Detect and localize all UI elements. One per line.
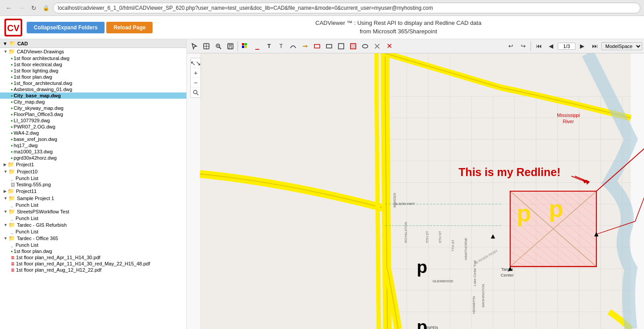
svg-marker-18 <box>306 45 308 48</box>
page-layout-select[interactable]: ModelSpace <box>601 42 642 50</box>
refresh-button[interactable]: ↻ <box>28 3 39 13</box>
svg-text:ROYALSTON: ROYALSTON <box>404 222 408 243</box>
item-label: PWR07_2.OG.dwg <box>14 124 56 129</box>
root-folder-icon: 📁 <box>9 40 16 46</box>
rect4-button[interactable] <box>347 40 359 52</box>
save-button[interactable] <box>225 40 236 52</box>
sidebar-item-project1[interactable]: ▶📁Project1 <box>0 161 186 168</box>
map-zoom-out-button[interactable]: − <box>191 78 201 88</box>
map-area[interactable]: ↖↘ + − <box>187 53 644 329</box>
back-button[interactable]: ← <box>4 3 14 13</box>
prev-page-button[interactable]: ◀ <box>545 40 557 52</box>
sidebar-item-streets-workflow[interactable]: ▼📁StreetsPSWorkflow Test <box>0 208 186 215</box>
sidebar-item-file1[interactable]: ●1st floor architectural.dwg <box>0 55 186 61</box>
sidebar-item-file5[interactable]: ●1st_floor_architectural.dwg <box>0 80 186 86</box>
sidebar-item-file-1stfloor[interactable]: ●1st floor plan.dwg <box>0 248 186 254</box>
map-zoom-in-button[interactable]: + <box>191 68 201 78</box>
sidebar-item-file12[interactable]: ●PWR07_2.OG.dwg <box>0 124 186 130</box>
svg-text:INPEN: INPEN <box>426 325 438 329</box>
sidebar-item-file3[interactable]: ●1st floor lighting.dwg <box>0 68 186 74</box>
item-label: hq17_.dwg <box>14 143 38 148</box>
sidebar-item-sample-project1[interactable]: ▼📁Sample Project 1 <box>0 195 186 202</box>
shape-button[interactable] <box>359 40 371 52</box>
line-tool-button[interactable]: ⎯ <box>251 40 263 52</box>
arrow-button[interactable] <box>299 40 311 52</box>
svg-rect-20 <box>326 44 332 48</box>
collapse-expand-button[interactable]: Collapse/Expand Folders <box>27 22 105 33</box>
last-page-button[interactable]: ⏭ <box>589 40 600 52</box>
svg-rect-22 <box>350 44 356 49</box>
sidebar-item-punch-list-tg[interactable]: ⎯Punch List <box>0 229 186 235</box>
sidebar-item-project11[interactable]: ▶📁Project11 <box>0 188 186 195</box>
arc-button[interactable] <box>287 40 299 52</box>
sidebar-item-pdf1[interactable]: 🗎1st floor plan_red_Apr_11_H14_30.pdf <box>0 254 186 261</box>
sidebar-item-file8[interactable]: ●City_map.dwg <box>0 99 186 105</box>
address-bar[interactable] <box>53 3 640 13</box>
redo-button[interactable]: ↪ <box>517 40 529 52</box>
rect1-button[interactable] <box>311 40 323 52</box>
svg-text:This is my Redline!: This is my Redline! <box>459 166 560 178</box>
header-buttons: Collapse/Expand Folders Reload Page <box>27 22 153 33</box>
svg-line-7 <box>219 47 221 49</box>
sidebar-item-file6[interactable]: ●Asbestos_drawing_01.dwg <box>0 86 186 92</box>
close-button[interactable]: ✕ <box>383 40 395 52</box>
sidebar-item-tardec-gis[interactable]: ▼📁Tardec - GIS Refurbish <box>0 221 186 229</box>
sidebar-item-file11[interactable]: ●LI_1077929.dwg <box>0 117 186 124</box>
reload-page-button[interactable]: Reload Page <box>106 22 153 33</box>
pan-tool-button[interactable] <box>201 40 212 52</box>
item-label: base_xref_json.dwg <box>14 136 57 142</box>
map-zoom-fit-button[interactable] <box>191 88 201 97</box>
dot-icon: ● <box>11 125 13 129</box>
zoom-window-button[interactable] <box>213 40 224 52</box>
svg-text:WASHINGTON: WASHINGTON <box>481 284 485 308</box>
svg-rect-19 <box>314 44 320 48</box>
svg-line-25 <box>197 93 198 95</box>
text-bold-button[interactable]: T <box>263 40 275 52</box>
sidebar-item-testing[interactable]: 🖼Testing-555.png <box>0 181 186 188</box>
sidebar-item-file16[interactable]: ●ma1000_133.dwg <box>0 148 186 155</box>
sidebar-item-project10[interactable]: ▼📁Project10 <box>0 168 186 175</box>
color-button[interactable] <box>239 40 251 52</box>
undo-button[interactable]: ↩ <box>505 40 516 52</box>
sidebar-item-pdf3[interactable]: 🗎1st floor plan_red_Aug_12_H12_22.pdf <box>0 267 186 273</box>
sidebar-item-tardec-o365[interactable]: ▼📁Tardec - Office 365 <box>0 235 186 242</box>
item-label: Punch List <box>16 229 38 234</box>
sidebar-item-file4[interactable]: ●1st floor plan.dwg <box>0 74 186 80</box>
sidebar-item-pdf2[interactable]: 🗎1st floor plan_red_Apr_11_H14_30_red_Ma… <box>0 261 186 267</box>
item-label: 1st floor plan_red_Aug_12_H12_22.pdf <box>16 267 101 273</box>
expand-icon: ▼ <box>4 196 8 201</box>
sidebar-item-file9[interactable]: ●City_skyway_map.dwg <box>0 105 186 111</box>
item-label: City_map.dwg <box>14 99 45 104</box>
sidebar-item-cadviewer-drawings[interactable]: ▼📁CADViewer-Drawings <box>0 48 186 55</box>
sidebar-item-file2[interactable]: ●1st floor electrical.dwg <box>0 61 186 68</box>
text-button[interactable]: T <box>275 40 287 52</box>
sidebar-item-file13[interactable]: ●WA4-2.dwg <box>0 130 186 136</box>
sidebar-item-punch-list-sw[interactable]: ⎯Punch List <box>0 215 186 221</box>
item-label: 1st floor architectural.dwg <box>14 56 69 61</box>
svg-text:p: p <box>549 196 564 222</box>
erase-button[interactable] <box>371 40 383 52</box>
next-page-button[interactable]: ▶ <box>576 40 588 52</box>
item-label: Project11 <box>16 189 36 194</box>
sidebar-item-file14[interactable]: ●base_xref_json.dwg <box>0 136 186 142</box>
sidebar-item-file10[interactable]: ●FloorPlan_Office3.dwg <box>0 111 186 117</box>
sidebar-item-file15[interactable]: ●hq17_.dwg <box>0 142 186 148</box>
item-label: 1st floor plan_red_Apr_11_H14_30.pdf <box>16 255 101 260</box>
sidebar-item-file7[interactable]: ●City_base_map.dwg <box>0 92 186 99</box>
folder-icon: 📁 <box>8 235 15 241</box>
first-page-button[interactable]: ⏮ <box>533 40 544 52</box>
sidebar-item-file17[interactable]: ●pgrd30x42horz.dwg <box>0 155 186 161</box>
page-input[interactable]: 1/3 <box>558 43 576 50</box>
item-label: Asbestos_drawing_01.dwg <box>14 87 72 92</box>
sidebar-item-punch-list-p10[interactable]: ⎯Punch List <box>0 175 186 181</box>
sidebar-item-punch-list-sp1[interactable]: ⎯Punch List <box>0 202 186 208</box>
select-tool-button[interactable] <box>189 40 200 52</box>
rect2-button[interactable] <box>323 40 335 52</box>
rect3-button[interactable] <box>335 40 347 52</box>
forward-button[interactable]: → <box>16 3 27 13</box>
svg-rect-15 <box>242 46 244 48</box>
sidebar-item-punch-list-to[interactable]: ⎯Punch List <box>0 242 186 248</box>
item-label: Punch List <box>16 242 38 248</box>
map-expand-button[interactable]: ↖↘ <box>191 58 201 68</box>
item-label: 1st floor plan.dwg <box>14 249 52 254</box>
